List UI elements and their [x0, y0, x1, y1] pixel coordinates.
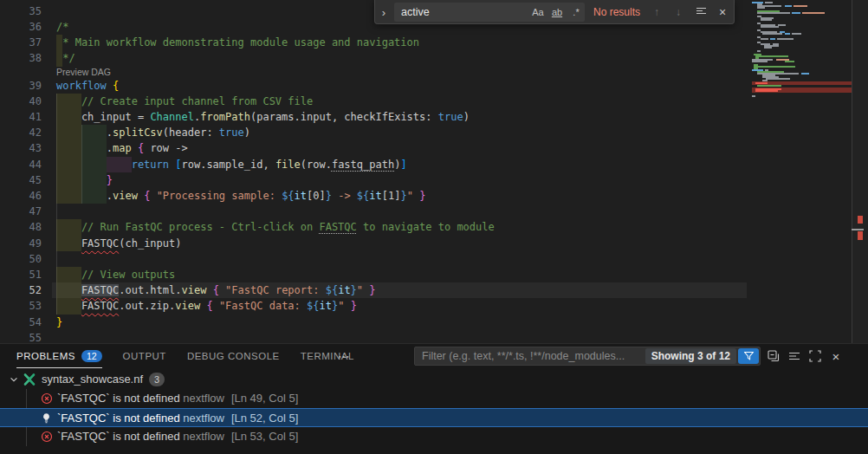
line-number[interactable]: 41: [0, 109, 42, 125]
code-token[interactable]: }: [107, 174, 113, 186]
code-token[interactable]: {: [113, 80, 119, 92]
line-number[interactable]: 49: [0, 236, 42, 251]
code-token[interactable]: .: [107, 190, 113, 202]
code-token[interactable]: FASTQC: [81, 284, 119, 296]
code-token[interactable]: // View outputs: [81, 269, 175, 281]
code-token[interactable]: map: [113, 142, 132, 154]
line-number[interactable]: 45: [0, 172, 42, 188]
code-token[interactable]: (params.input, checkIfExists:: [250, 111, 438, 123]
code-token[interactable]: */: [62, 52, 74, 64]
code-line[interactable]: 46.view { "Processing sample: ${it[0]} -…: [0, 188, 747, 204]
code-token[interactable]: file: [275, 159, 301, 171]
code-token[interactable]: it: [338, 284, 350, 296]
code-token[interactable]: [107, 80, 113, 92]
code-token[interactable]: ${: [307, 300, 319, 312]
code-token[interactable]: {: [213, 284, 219, 296]
code-token[interactable]: view: [182, 284, 207, 296]
line-number[interactable]: 35: [0, 3, 42, 19]
code-area[interactable]: 3536/*37* Main workflow demonstrating mo…: [0, 0, 747, 343]
error-icon[interactable]: [41, 392, 53, 407]
code-token[interactable]: }: [400, 190, 406, 202]
line-number[interactable]: 39: [0, 78, 42, 94]
line-number[interactable]: 43: [0, 140, 42, 156]
panel-tab-debug-console[interactable]: DEBUG CONSOLE: [187, 344, 280, 368]
previous-match-icon[interactable]: ↑: [649, 5, 664, 19]
editor[interactable]: 3536/*37* Main workflow demonstrating mo…: [0, 0, 868, 343]
code-line[interactable]: 50: [0, 251, 747, 267]
close-find-icon[interactable]: ×: [715, 5, 730, 19]
codelens-preview-dag[interactable]: Preview DAG: [56, 67, 111, 78]
whole-word-icon[interactable]: ab: [548, 5, 566, 19]
code-token[interactable]: true: [438, 111, 463, 123]
code-token[interactable]: ": [357, 284, 363, 296]
code-token[interactable]: ch_input =: [81, 111, 150, 123]
code-token[interactable]: to navigate to module: [357, 221, 495, 233]
code-token[interactable]: }: [326, 190, 332, 202]
code-token[interactable]: [206, 284, 212, 296]
code-token[interactable]: // Run FastQC process - Ctrl-click on: [81, 221, 320, 233]
code-line[interactable]: 39workflow {: [0, 78, 747, 94]
maximize-panel-icon[interactable]: [808, 349, 822, 363]
code-token[interactable]: fromPath: [200, 111, 250, 123]
code-token[interactable]: ): [244, 126, 250, 139]
code-line[interactable]: 48// Run FastQC process - Ctrl-click on …: [0, 219, 747, 235]
code-token[interactable]: ${: [326, 284, 338, 296]
line-number[interactable]: 44: [0, 157, 42, 172]
regex-icon[interactable]: .*: [567, 5, 585, 19]
code-token[interactable]: row.sample_id,: [182, 159, 275, 171]
line-number[interactable]: 40: [0, 94, 42, 109]
code-token[interactable]: true: [219, 126, 244, 139]
code-line[interactable]: 37* Main workflow demonstrating module u…: [0, 35, 747, 50]
code-token[interactable]: [: [175, 159, 181, 171]
problems-file-row[interactable]: syntax_showcase.nf 3: [0, 370, 868, 389]
code-token[interactable]: fastq_path: [332, 159, 394, 171]
line-number[interactable]: 52: [0, 282, 42, 298]
view-as-table-icon[interactable]: [787, 349, 801, 363]
code-token[interactable]: view: [175, 300, 200, 312]
code-token[interactable]: splitCsv: [113, 126, 163, 139]
code-token[interactable]: }: [56, 316, 62, 328]
code-token[interactable]: {: [206, 300, 212, 312]
line-number[interactable]: 53: [0, 298, 42, 314]
code-token[interactable]: Channel: [150, 111, 194, 123]
code-line[interactable]: 38*/: [0, 50, 747, 66]
problem-row[interactable]: `FASTQC` is not defined nextflow[Ln 53, …: [0, 427, 868, 446]
code-token[interactable]: }: [351, 284, 357, 296]
line-number[interactable]: 54: [0, 315, 42, 330]
code-token[interactable]: "Processing sample:: [157, 190, 282, 202]
toggle-replace-chevron-icon[interactable]: ›: [375, 0, 392, 24]
code-token[interactable]: ": [407, 190, 413, 202]
code-line[interactable]: 43.map { row ->: [0, 140, 747, 156]
line-number[interactable]: 36: [0, 19, 42, 35]
code-token[interactable]: (row.: [301, 159, 332, 171]
code-token[interactable]: * Main workflow demonstrating module usa…: [62, 36, 419, 49]
code-token[interactable]: return: [132, 159, 169, 171]
line-number[interactable]: 47: [0, 204, 42, 219]
line-number[interactable]: 55: [0, 330, 42, 346]
code-token[interactable]: [1]: [382, 190, 401, 202]
code-token[interactable]: [0]: [307, 190, 326, 202]
code-token[interactable]: }: [369, 284, 375, 296]
code-token[interactable]: FASTQC: [81, 237, 119, 250]
code-line[interactable]: 47: [0, 204, 747, 219]
code-token[interactable]: it: [369, 190, 381, 202]
code-token[interactable]: ${: [357, 190, 369, 202]
code-token[interactable]: [150, 190, 156, 202]
code-token[interactable]: FASTQC: [81, 300, 119, 312]
code-line[interactable]: 42.splitCsv(header: true): [0, 125, 747, 140]
code-token[interactable]: .: [107, 126, 113, 139]
overview-ruler[interactable]: [852, 0, 868, 343]
code-token[interactable]: // Create input channel from CSV file: [81, 95, 313, 107]
code-token[interactable]: }: [351, 300, 357, 312]
code-token[interactable]: ->: [332, 190, 357, 202]
code-line[interactable]: 41ch_input = Channel.fromPath(params.inp…: [0, 109, 747, 125]
lightbulb-icon[interactable]: [41, 412, 52, 427]
filter-input[interactable]: [415, 347, 645, 365]
problem-row[interactable]: `FASTQC` is not defined nextflow[Ln 49, …: [0, 389, 868, 408]
chevron-down-icon[interactable]: [9, 374, 19, 387]
code-line[interactable]: 54}: [0, 315, 747, 330]
line-number[interactable]: 42: [0, 125, 42, 140]
line-number[interactable]: 46: [0, 188, 42, 204]
code-token[interactable]: workflow: [56, 80, 107, 92]
code-token[interactable]: view: [113, 190, 138, 202]
